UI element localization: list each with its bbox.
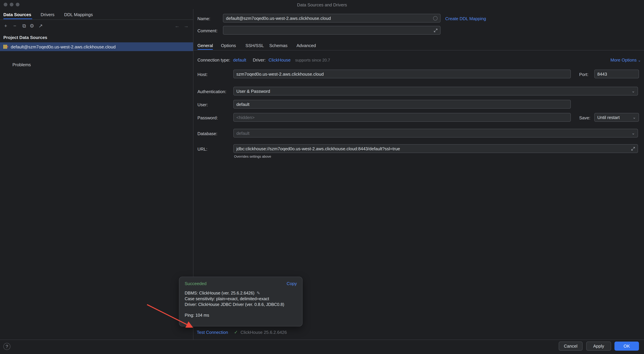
connection-status-succeeded: Succeeded bbox=[185, 281, 297, 286]
comment-input[interactable] bbox=[223, 26, 440, 35]
popup-driver-line: Driver: ClickHouse JDBC Driver (ver. 0.8… bbox=[185, 302, 297, 308]
data-source-name: default@szm7oqed0o.us-west-2.aws.clickho… bbox=[11, 44, 116, 49]
tab-options[interactable]: Options bbox=[221, 43, 236, 48]
user-label: User: bbox=[198, 102, 208, 107]
popup-ping-line: Ping: 104 ms bbox=[185, 313, 297, 318]
tab-drivers[interactable]: Drivers bbox=[41, 12, 54, 17]
apply-button[interactable]: Apply bbox=[586, 341, 611, 351]
duplicate-icon[interactable]: ⧉ bbox=[20, 23, 28, 29]
driver-label: Driver: bbox=[253, 58, 266, 63]
back-arrow-icon[interactable]: ← bbox=[174, 23, 180, 29]
name-input[interactable]: default@szm7oqed0o.us-west-2.aws.clickho… bbox=[223, 14, 440, 23]
add-icon[interactable]: + bbox=[2, 23, 10, 29]
popup-case-sensitivity-line: Case sensitivity: plain=exact, delimited… bbox=[185, 296, 297, 302]
problems-label[interactable]: Problems bbox=[12, 62, 31, 67]
port-input[interactable]: 8443 bbox=[594, 70, 639, 78]
name-label: Name: bbox=[198, 16, 210, 21]
active-tab-underline bbox=[3, 19, 32, 19]
host-input[interactable]: szm7oqed0o.us-west-2.aws.clickhouse.clou… bbox=[233, 70, 571, 78]
popup-dbms-line: DBMS: ClickHouse (ver. 25.6.2.6426) bbox=[185, 291, 254, 295]
chevron-down-icon: ⌄ bbox=[638, 58, 641, 62]
comment-label: Comment: bbox=[198, 28, 218, 33]
tab-general[interactable]: General bbox=[198, 43, 213, 48]
connection-version-status: ClickHouse 25.6.2.6426 bbox=[240, 330, 287, 335]
user-input[interactable]: default bbox=[233, 100, 571, 109]
ok-button[interactable]: OK bbox=[614, 341, 639, 351]
title-bar: Data Sources and Drivers bbox=[0, 0, 644, 9]
tab-ddl-mappings[interactable]: DDL Mappings bbox=[64, 12, 93, 17]
url-note: Overrides settings above bbox=[234, 155, 271, 158]
password-input[interactable]: <hidden> bbox=[233, 113, 571, 122]
chevron-down-icon: ⌄ bbox=[632, 115, 636, 120]
copy-link[interactable]: Copy bbox=[286, 281, 297, 286]
data-source-list-item[interactable]: default@szm7oqed0o.us-west-2.aws.clickho… bbox=[0, 42, 193, 51]
port-label: Port: bbox=[579, 72, 588, 77]
test-connection-link[interactable]: Test Connection bbox=[197, 330, 228, 335]
url-label: URL: bbox=[198, 146, 207, 152]
check-icon: ✓ bbox=[234, 329, 238, 335]
database-select[interactable]: default ⌄ bbox=[233, 129, 638, 137]
pencil-icon[interactable]: ✎ bbox=[256, 291, 260, 295]
authentication-label: Authentication: bbox=[198, 89, 226, 94]
help-icon[interactable]: ? bbox=[3, 343, 10, 350]
create-ddl-mapping-link[interactable]: Create DDL Mapping bbox=[445, 16, 486, 21]
expand-icon[interactable] bbox=[631, 147, 635, 150]
save-label: Save: bbox=[579, 115, 590, 120]
expand-icon[interactable] bbox=[434, 28, 438, 32]
driver-note: supports since 20.7 bbox=[295, 58, 330, 63]
driver-value[interactable]: ClickHouse bbox=[268, 58, 291, 63]
left-tabs-divider bbox=[0, 20, 193, 20]
database-label: Database: bbox=[198, 131, 218, 136]
active-form-tab-underline bbox=[198, 49, 213, 50]
form-tabs-divider bbox=[194, 50, 644, 50]
tab-ssh-ssl[interactable]: SSH/SSL bbox=[246, 43, 264, 48]
chevron-down-icon: ⌄ bbox=[632, 89, 635, 93]
more-options-link[interactable]: More Options bbox=[610, 58, 636, 63]
project-data-sources-heading: Project Data Sources bbox=[3, 35, 47, 40]
cancel-button[interactable]: Cancel bbox=[559, 341, 582, 351]
save-select[interactable]: Until restart ⌄ bbox=[594, 113, 639, 122]
url-input[interactable]: jdbc:clickhouse://szm7oqed0o.us-west-2.a… bbox=[233, 144, 638, 153]
test-connection-result-popup: Succeeded Copy DBMS: ClickHouse (ver. 25… bbox=[179, 277, 302, 326]
tab-advanced[interactable]: Advanced bbox=[296, 43, 316, 48]
password-label: Password: bbox=[198, 115, 218, 120]
data-sources-dialog: Data Sources and Drivers Data Sources Dr… bbox=[0, 0, 644, 354]
connection-type-value[interactable]: default bbox=[233, 58, 246, 63]
gear-icon[interactable]: ⚙ bbox=[28, 23, 36, 29]
footer-divider bbox=[0, 339, 644, 340]
forward-arrow-icon[interactable]: → bbox=[184, 23, 189, 29]
remove-icon[interactable]: − bbox=[11, 23, 18, 29]
tab-schemas[interactable]: Schemas bbox=[269, 43, 288, 48]
open-in-editor-icon[interactable]: ↗ bbox=[37, 23, 44, 29]
authentication-select[interactable]: User & Password ⌄ bbox=[233, 87, 638, 95]
clickhouse-icon bbox=[3, 44, 8, 49]
connection-type-label: Connection type: bbox=[198, 58, 230, 63]
chevron-down-icon: ⌄ bbox=[632, 131, 635, 135]
tab-data-sources[interactable]: Data Sources bbox=[3, 12, 31, 17]
name-refresh-icon[interactable] bbox=[433, 16, 438, 20]
window-title: Data Sources and Drivers bbox=[0, 2, 644, 8]
host-label: Host: bbox=[198, 72, 208, 77]
